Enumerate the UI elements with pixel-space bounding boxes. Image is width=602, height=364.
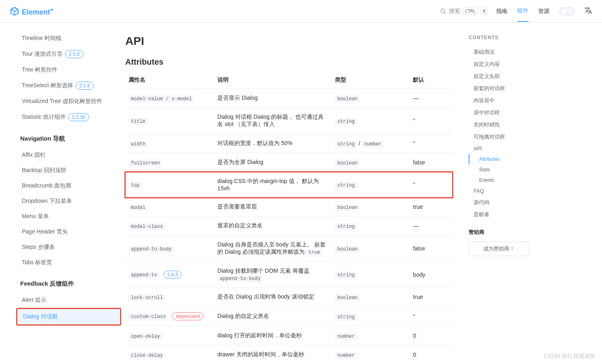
sidebar-item[interactable]: Tree 树形控件 (16, 62, 121, 78)
attributes-heading: Attributes (125, 57, 453, 67)
table-row: modal是否需要遮罩层booleantrue (125, 198, 453, 217)
sidebar-item[interactable]: Tour 漫游式引导2.5.0 (16, 46, 121, 62)
sidebar-item-label: Virtualized Tree 虚拟化树形控件 (22, 98, 102, 105)
kbd-k: K (480, 8, 488, 15)
toc-item[interactable]: 自定义内容 (469, 58, 545, 70)
sidebar-item[interactable]: Dropdown 下拉菜单 (16, 194, 121, 209)
version-badge: 2.5.0 (65, 50, 83, 58)
toc-item[interactable]: 嵌套的对话框 (469, 82, 545, 95)
attr-desc: 遮罩的自定义类名 (217, 222, 263, 229)
attr-name: custom-class (128, 313, 168, 320)
version-badge: 2.1.8 (76, 82, 94, 90)
nav-components[interactable]: 组件 (517, 1, 528, 22)
sidebar-item[interactable]: Timeline 时间线 (16, 31, 121, 46)
sidebar-item[interactable]: Affix 固钉 (16, 147, 121, 163)
version-badge: 2.2.30 (68, 113, 89, 121)
sidebar-item[interactable]: Menu 菜单 (16, 209, 121, 224)
sidebar-item[interactable]: Virtualized Tree 虚拟化树形控件 (16, 94, 121, 109)
toc-item[interactable]: Slots (469, 164, 545, 175)
sidebar-item-label: Statistic 统计组件 (22, 114, 66, 121)
logo[interactable]: Element+ (10, 6, 54, 17)
attr-name: model-value / v-model (128, 95, 194, 103)
sidebar-item[interactable]: Statistic 统计组件2.2.30 (16, 109, 121, 125)
toc-item[interactable]: Events (469, 175, 545, 185)
toc-item[interactable]: 贡献者 (469, 208, 545, 221)
type-tag: boolean (335, 160, 360, 167)
sidebar-item[interactable]: Tabs 标签页 (16, 255, 121, 270)
type-tag: string (335, 118, 357, 125)
toc-item[interactable]: 源代码 (469, 196, 545, 208)
attr-name: title (128, 118, 148, 125)
nav-guide[interactable]: 指南 (496, 1, 507, 21)
toc-item[interactable]: 关闭时销毁 (469, 119, 545, 131)
sidebar-item[interactable]: Dialog 对话框 (17, 309, 120, 324)
attr-default: true (410, 288, 453, 307)
sponsor-button[interactable]: 成为赞助商！ (469, 242, 529, 256)
table-row: fullscreen是否为全屏 Dialogbooleanfalse (125, 153, 453, 172)
attributes-table: 属性名 说明 类型 默认 model-value / v-model是否显示 D… (125, 72, 453, 364)
type-tag: string (335, 314, 357, 321)
attr-desc: 是否为全屏 Dialog (217, 159, 263, 165)
attr-desc: Dialog 挂载到哪个 DOM 元素 将覆盖 (217, 267, 309, 274)
attr-name: top (128, 182, 142, 189)
nav-resources[interactable]: 资源 (538, 1, 549, 21)
type-tag: boolean (335, 95, 360, 103)
attr-desc: 是否显示 Dialog (217, 95, 258, 101)
brand-sup: + (50, 6, 54, 13)
sidebar-item[interactable]: Alert 提示 (16, 292, 121, 308)
sidebar-group-navigation: Navigation 导航 (20, 135, 121, 143)
toc-item[interactable]: 自定义头部 (469, 70, 545, 82)
sidebar-item-label: Tour 漫游式引导 (22, 50, 63, 58)
attr-desc: dialog CSS 中的 margin-top 值， 默认为 15vh (217, 178, 319, 191)
attr-default: false (410, 153, 453, 172)
col-name: 属性名 (125, 72, 214, 89)
attr-name: append-to-body (128, 246, 174, 253)
sidebar-group-feedback: Feedback 反馈组件 (20, 280, 121, 288)
search-icon (440, 8, 446, 15)
svg-point-0 (441, 9, 444, 13)
table-row: append-to-bodyDialog 自身是否插入至 body 元素上。 嵌… (125, 236, 453, 262)
attr-name: fullscreen (128, 160, 162, 167)
sidebar-item[interactable]: Steps 步骤条 (16, 240, 121, 255)
nav-links: 指南 组件 资源 (496, 1, 592, 22)
attr-name: append-to (128, 271, 160, 279)
table-row: open-delaydialog 打开的延时时间，单位毫秒number0 (125, 326, 453, 345)
theme-toggle[interactable] (559, 7, 575, 15)
table-row: close-delaydrawer 关闭的延时时间，单位毫秒number0 (125, 345, 453, 364)
sidebar-item[interactable]: Backtop 回到顶部 (16, 163, 121, 178)
kbd-ctrl: CTRL (463, 8, 478, 15)
sidebar: Timeline 时间线Tour 漫游式引导2.5.0Tree 树形控件Tree… (0, 23, 121, 364)
attr-name: open-delay (128, 333, 162, 340)
type-tag: string (335, 182, 357, 189)
attr-name: lock-scroll (128, 294, 165, 301)
col-type: 类型 (332, 72, 410, 89)
type-tag: string (335, 223, 357, 230)
attr-default: '' (410, 134, 453, 153)
sidebar-item-label: Timeline 时间线 (22, 35, 61, 42)
toc-item[interactable]: 内容居中 (469, 95, 545, 107)
main-content: API Attributes 属性名 说明 类型 默认 model-value … (121, 23, 469, 364)
attr-desc: Dialog 对话框 Dialog 的标题， 也可通过具名 slot （见下表）… (217, 114, 324, 127)
table-row: width对话框的宽度，默认值为 50%string / number'' (125, 134, 453, 153)
sponsor-title: 赞助商 (469, 229, 545, 236)
api-heading: API (125, 35, 453, 48)
toc-item[interactable]: 居中对话框 (469, 107, 545, 119)
svg-line-1 (444, 12, 446, 14)
search-box[interactable]: 搜索 CTRL K (440, 8, 488, 15)
attr-desc: drawer 关闭的延时时间，单位毫秒 (217, 351, 304, 358)
sidebar-item[interactable]: Breadcrumb 面包屑 (16, 178, 121, 194)
toc-item[interactable]: API (469, 143, 545, 154)
toc-item[interactable]: Attributes (469, 154, 545, 164)
language-icon[interactable] (584, 6, 592, 16)
deprecated-badge: deprecated (172, 312, 204, 320)
toc-item[interactable]: 可拖拽对话框 (469, 131, 545, 143)
attr-name: modal (128, 204, 148, 211)
type-tag: string (335, 271, 357, 279)
sidebar-item[interactable]: TreeSelect 树形选择2.1.8 (16, 78, 121, 94)
toc-item[interactable]: FAQ (469, 185, 545, 196)
sidebar-item[interactable]: Page Header 页头 (16, 224, 121, 240)
toc-item[interactable]: 基础用法 (469, 46, 545, 58)
type-tag: boolean (335, 246, 360, 253)
search-placeholder: 搜索 (449, 8, 460, 15)
table-row: append-to 2.4.3Dialog 挂载到哪个 DOM 元素 将覆盖 a… (125, 262, 453, 288)
